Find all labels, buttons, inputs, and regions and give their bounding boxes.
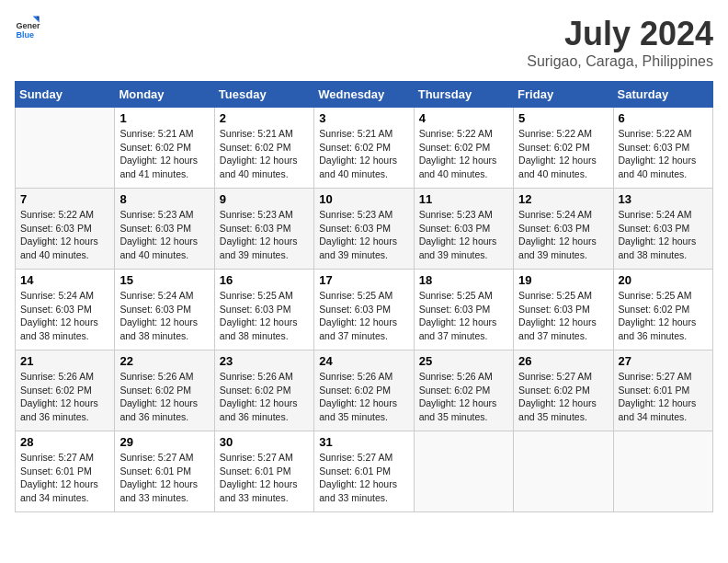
day-of-week-header: Saturday [613,82,712,108]
calendar-cell: 26Sunrise: 5:27 AM Sunset: 6:02 PM Dayli… [514,350,613,431]
cell-info: Sunrise: 5:22 AM Sunset: 6:03 PM Dayligh… [619,127,708,181]
calendar-cell: 14Sunrise: 5:24 AM Sunset: 6:03 PM Dayli… [16,270,115,350]
cell-info: Sunrise: 5:26 AM Sunset: 6:02 PM Dayligh… [419,370,508,424]
day-number: 29 [119,435,209,449]
calendar-cell: 1Sunrise: 5:21 AM Sunset: 6:02 PM Daylig… [115,108,214,189]
calendar-cell: 20Sunrise: 5:25 AM Sunset: 6:02 PM Dayli… [613,270,712,350]
day-of-week-header: Monday [115,82,214,108]
calendar-cell: 12Sunrise: 5:24 AM Sunset: 6:03 PM Dayli… [514,189,613,270]
day-number: 12 [518,192,608,206]
day-number: 21 [20,354,109,368]
calendar-body: 1Sunrise: 5:21 AM Sunset: 6:02 PM Daylig… [16,108,713,512]
cell-info: Sunrise: 5:26 AM Sunset: 6:02 PM Dayligh… [20,370,109,424]
day-number: 15 [119,273,209,287]
calendar-cell [613,431,712,512]
calendar-cell: 11Sunrise: 5:23 AM Sunset: 6:03 PM Dayli… [414,189,513,270]
day-number: 11 [419,192,508,206]
calendar-cell: 8Sunrise: 5:23 AM Sunset: 6:03 PM Daylig… [115,189,214,270]
cell-info: Sunrise: 5:27 AM Sunset: 6:01 PM Dayligh… [20,451,109,505]
cell-info: Sunrise: 5:27 AM Sunset: 6:01 PM Dayligh… [619,370,708,424]
month-title: July 2024 [527,15,713,53]
day-number: 28 [20,435,109,449]
cell-info: Sunrise: 5:27 AM Sunset: 6:01 PM Dayligh… [319,451,408,505]
day-number: 27 [619,354,708,368]
cell-info: Sunrise: 5:21 AM Sunset: 6:02 PM Dayligh… [220,127,309,181]
calendar-week-row: 14Sunrise: 5:24 AM Sunset: 6:03 PM Dayli… [16,270,713,350]
cell-info: Sunrise: 5:23 AM Sunset: 6:03 PM Dayligh… [319,208,408,262]
calendar-cell: 15Sunrise: 5:24 AM Sunset: 6:03 PM Dayli… [115,270,214,350]
calendar-cell: 30Sunrise: 5:27 AM Sunset: 6:01 PM Dayli… [214,431,313,512]
day-number: 2 [220,111,309,125]
calendar-cell [514,431,613,512]
calendar-cell: 18Sunrise: 5:25 AM Sunset: 6:03 PM Dayli… [414,270,513,350]
day-of-week-header: Wednesday [314,82,414,108]
day-number: 10 [319,192,408,206]
cell-info: Sunrise: 5:22 AM Sunset: 6:02 PM Dayligh… [419,127,508,181]
calendar-week-row: 21Sunrise: 5:26 AM Sunset: 6:02 PM Dayli… [16,350,713,431]
calendar-cell: 19Sunrise: 5:25 AM Sunset: 6:03 PM Dayli… [514,270,613,350]
cell-info: Sunrise: 5:24 AM Sunset: 6:03 PM Dayligh… [518,208,608,262]
calendar-cell: 3Sunrise: 5:21 AM Sunset: 6:02 PM Daylig… [314,108,414,189]
logo-icon: General Blue [15,15,40,40]
cell-info: Sunrise: 5:27 AM Sunset: 6:01 PM Dayligh… [220,451,309,505]
day-number: 1 [119,111,209,125]
cell-info: Sunrise: 5:24 AM Sunset: 6:03 PM Dayligh… [119,289,209,343]
logo: General Blue [15,15,40,40]
cell-info: Sunrise: 5:25 AM Sunset: 6:03 PM Dayligh… [419,289,508,343]
cell-info: Sunrise: 5:26 AM Sunset: 6:02 PM Dayligh… [319,370,408,424]
cell-info: Sunrise: 5:26 AM Sunset: 6:02 PM Dayligh… [220,370,309,424]
svg-text:Blue: Blue [16,30,34,40]
cell-info: Sunrise: 5:26 AM Sunset: 6:02 PM Dayligh… [119,370,209,424]
calendar-table: SundayMondayTuesdayWednesdayThursdayFrid… [15,81,713,512]
calendar-cell: 31Sunrise: 5:27 AM Sunset: 6:01 PM Dayli… [314,431,414,512]
day-number: 16 [220,273,309,287]
calendar-cell: 23Sunrise: 5:26 AM Sunset: 6:02 PM Dayli… [214,350,313,431]
day-number: 31 [319,435,408,449]
day-number: 8 [119,192,209,206]
cell-info: Sunrise: 5:22 AM Sunset: 6:02 PM Dayligh… [518,127,608,181]
calendar-cell: 7Sunrise: 5:22 AM Sunset: 6:03 PM Daylig… [16,189,115,270]
cell-info: Sunrise: 5:24 AM Sunset: 6:03 PM Dayligh… [619,208,708,262]
calendar-cell: 27Sunrise: 5:27 AM Sunset: 6:01 PM Dayli… [613,350,712,431]
day-number: 26 [518,354,608,368]
cell-info: Sunrise: 5:25 AM Sunset: 6:03 PM Dayligh… [319,289,408,343]
cell-info: Sunrise: 5:25 AM Sunset: 6:02 PM Dayligh… [619,289,708,343]
calendar-cell: 4Sunrise: 5:22 AM Sunset: 6:02 PM Daylig… [414,108,513,189]
cell-info: Sunrise: 5:21 AM Sunset: 6:02 PM Dayligh… [119,127,209,181]
day-number: 22 [119,354,209,368]
calendar-cell [414,431,513,512]
day-number: 25 [419,354,508,368]
title-area: July 2024 Surigao, Caraga, Philippines [527,15,713,70]
day-number: 5 [518,111,608,125]
calendar-cell: 13Sunrise: 5:24 AM Sunset: 6:03 PM Dayli… [613,189,712,270]
day-number: 4 [419,111,508,125]
day-of-week-header: Thursday [414,82,513,108]
calendar-cell: 2Sunrise: 5:21 AM Sunset: 6:02 PM Daylig… [214,108,313,189]
cell-info: Sunrise: 5:23 AM Sunset: 6:03 PM Dayligh… [419,208,508,262]
day-of-week-header: Friday [514,82,613,108]
calendar-cell: 10Sunrise: 5:23 AM Sunset: 6:03 PM Dayli… [314,189,414,270]
calendar-cell [16,108,115,189]
calendar-cell: 22Sunrise: 5:26 AM Sunset: 6:02 PM Dayli… [115,350,214,431]
cell-info: Sunrise: 5:27 AM Sunset: 6:01 PM Dayligh… [119,451,209,505]
cell-info: Sunrise: 5:22 AM Sunset: 6:03 PM Dayligh… [20,208,109,262]
day-number: 7 [20,192,109,206]
cell-info: Sunrise: 5:27 AM Sunset: 6:02 PM Dayligh… [518,370,608,424]
calendar-cell: 21Sunrise: 5:26 AM Sunset: 6:02 PM Dayli… [16,350,115,431]
day-number: 13 [619,192,708,206]
cell-info: Sunrise: 5:24 AM Sunset: 6:03 PM Dayligh… [20,289,109,343]
cell-info: Sunrise: 5:23 AM Sunset: 6:03 PM Dayligh… [220,208,309,262]
day-number: 19 [518,273,608,287]
day-number: 9 [220,192,309,206]
day-number: 24 [319,354,408,368]
calendar-cell: 5Sunrise: 5:22 AM Sunset: 6:02 PM Daylig… [514,108,613,189]
day-number: 20 [619,273,708,287]
calendar-cell: 28Sunrise: 5:27 AM Sunset: 6:01 PM Dayli… [16,431,115,512]
cell-info: Sunrise: 5:23 AM Sunset: 6:03 PM Dayligh… [119,208,209,262]
day-number: 3 [319,111,408,125]
cell-info: Sunrise: 5:25 AM Sunset: 6:03 PM Dayligh… [518,289,608,343]
day-number: 17 [319,273,408,287]
calendar-cell: 25Sunrise: 5:26 AM Sunset: 6:02 PM Dayli… [414,350,513,431]
calendar-week-row: 7Sunrise: 5:22 AM Sunset: 6:03 PM Daylig… [16,189,713,270]
cell-info: Sunrise: 5:25 AM Sunset: 6:03 PM Dayligh… [220,289,309,343]
